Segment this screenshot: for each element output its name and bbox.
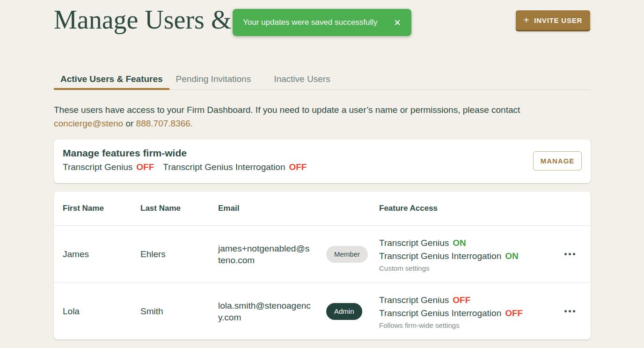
table-header-row: First Name Last Name Email Feature Acces… [54,192,591,225]
tab-bar: Active Users & Features Pending Invitati… [54,68,591,90]
column-header-first-name: First Name [63,204,140,213]
firmwide-features-card: Manage features firm-wide Transcript Gen… [54,140,591,183]
firmwide-feature: Transcript Genius InterrogationOFF [163,162,307,172]
table-row: James Ehlers james+notgenabled@steno.com… [54,225,591,282]
email-text: lola.smith@stenoagency.com [218,300,312,323]
cell-actions [549,306,591,316]
feature-status: OFF [453,295,470,305]
invite-user-button[interactable]: + INVITE USER [516,10,590,30]
phone-link[interactable]: 888.707.8366. [136,118,193,128]
feature-status: OFF [505,308,523,318]
dot [569,253,571,255]
column-header-email: Email [218,204,326,213]
dot [569,310,571,312]
description-text: These users have access to your Firm Das… [54,105,520,115]
cell-first-name: James [63,249,140,259]
cell-role: Admin [326,303,379,320]
column-header-feature-access: Feature Access [379,204,549,213]
feature-line: Transcript Genius InterrogationON [379,250,549,263]
settings-note: Follows firm-wide settings [379,321,549,329]
email-text: james+notgenabled@steno.com [218,243,312,266]
cell-last-name: Ehlers [140,249,218,259]
toast-notification: Your updates were saved successfully ✕ [233,9,411,36]
feature-name: Transcript Genius [379,295,449,305]
feature-status: OFF [289,162,307,172]
cell-actions [549,249,591,259]
role-badge: Admin [326,303,362,320]
users-table-card: First Name Last Name Email Feature Acces… [54,192,591,340]
more-options-icon[interactable] [563,306,577,316]
feature-status: OFF [136,162,154,172]
description: These users have access to your Firm Das… [54,103,541,130]
firmwide-feature-list: Transcript GeniusOFF Transcript Genius I… [63,162,582,172]
dot [564,310,567,312]
cell-role: Member [326,246,379,263]
settings-note: Custom settings [379,264,549,272]
cell-email: james+notgenabled@steno.com [218,243,326,266]
dot [573,253,575,255]
cell-last-name: Smith [140,306,218,317]
dot [564,253,567,255]
cell-feature-access: Transcript GeniusOFF Transcript Genius I… [379,294,549,329]
invite-user-label: INVITE USER [534,16,582,24]
close-icon[interactable]: ✕ [388,17,401,28]
concierge-email-link[interactable]: concierge@steno [54,118,123,128]
description-connector: or [123,118,136,128]
cell-email: lola.smith@stenoagency.com [218,300,326,323]
tab-pending-invitations[interactable]: Pending Invitations [169,68,258,89]
feature-name: Transcript Genius Interrogation [163,162,285,172]
manage-button[interactable]: MANAGE [533,151,582,170]
tab-inactive-users[interactable]: Inactive Users [267,68,337,89]
dot [573,310,575,312]
feature-name: Transcript Genius [63,162,132,172]
role-badge: Member [326,246,368,263]
feature-name: Transcript Genius Interrogation [379,308,501,318]
firmwide-card-title: Manage features firm-wide [63,148,582,159]
cell-feature-access: Transcript GeniusON Transcript Genius In… [379,237,549,272]
plus-icon: + [524,15,529,25]
toast-message: Your updates were saved successfully [243,18,388,27]
feature-name: Transcript Genius Interrogation [379,251,501,261]
tab-active-users-features[interactable]: Active Users & Features [54,68,169,89]
feature-name: Transcript Genius [379,238,449,248]
feature-line: Transcript GeniusON [379,237,549,250]
feature-status: ON [505,251,519,261]
column-header-last-name: Last Name [140,204,218,213]
feature-status: ON [453,238,466,248]
feature-line: Transcript GeniusOFF [379,294,549,307]
firmwide-feature: Transcript GeniusOFF [63,162,154,172]
cell-first-name: Lola [63,306,140,317]
manage-users-page: { "page": { "title": "Manage Users & Fea… [0,0,644,348]
table-row: Lola Smith lola.smith@stenoagency.com Ad… [54,282,591,340]
feature-line: Transcript Genius InterrogationOFF [379,307,549,320]
more-options-icon[interactable] [563,249,577,259]
